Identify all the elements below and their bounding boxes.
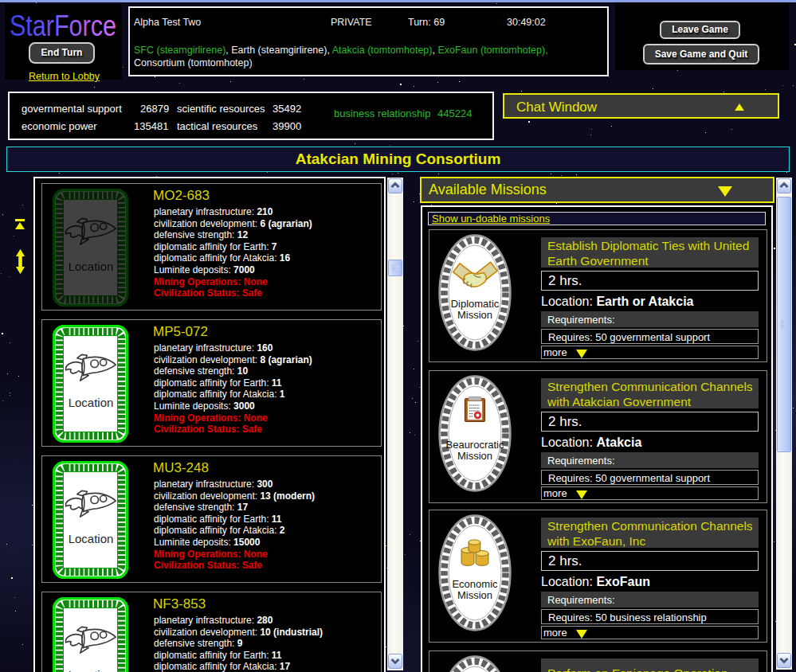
svg-text:Diplomatic: Diplomatic bbox=[451, 298, 500, 310]
svg-text:Economic: Economic bbox=[452, 578, 498, 590]
svg-text:Location: Location bbox=[69, 532, 114, 545]
svg-text:Mission: Mission bbox=[457, 589, 492, 601]
svg-text:Beaurocratic: Beaurocratic bbox=[446, 439, 504, 451]
svg-text:Location: Location bbox=[69, 396, 114, 409]
svg-text:Location: Location bbox=[69, 668, 114, 672]
svg-text:Location: Location bbox=[69, 260, 114, 273]
svg-text:StarForce: StarForce bbox=[10, 10, 116, 41]
svg-text:Mission: Mission bbox=[457, 450, 492, 462]
svg-text:Mission: Mission bbox=[457, 309, 492, 321]
